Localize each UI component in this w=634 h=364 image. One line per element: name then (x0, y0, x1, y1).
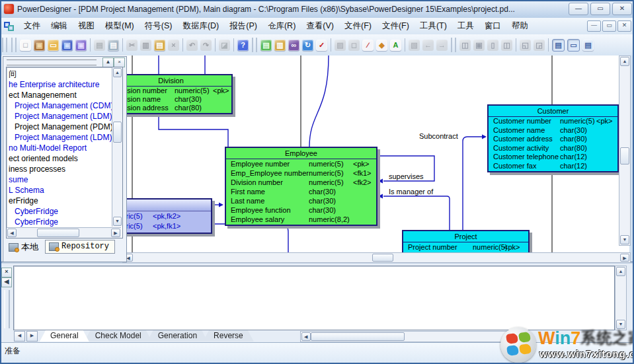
arrow-right-icon: → (436, 40, 448, 51)
tree-item-10[interactable]: sume (7, 174, 112, 185)
tree-item-5[interactable]: Project Management (PDM) * (7, 122, 118, 132)
tab-repository[interactable]: Repository (45, 240, 115, 254)
maximize-button[interactable]: ▭ (590, 3, 610, 15)
tree-vscrollbar[interactable]: ▲ ▼ (112, 67, 122, 227)
tree-item-7[interactable]: no Multi-Model Report (7, 143, 112, 153)
menu-item-9[interactable]: 文件(F) (339, 18, 377, 34)
output-tab-generation[interactable]: Generation (147, 330, 208, 342)
tree-hscrollbar[interactable]: ◀ ▶ (7, 227, 121, 238)
minimize-button[interactable]: — (569, 3, 588, 15)
output-close-button[interactable]: × (1, 268, 12, 277)
menu-item-8[interactable]: 查看(V) (301, 18, 339, 34)
save-all-icon[interactable]: ▣ (75, 40, 87, 51)
tree-item-13[interactable]: CyberFridge (7, 206, 118, 217)
tree-item-9[interactable]: iness processes (7, 164, 112, 174)
output-hscrollbar[interactable]: ◀ (300, 331, 524, 342)
menu-item-2[interactable]: 视图 (73, 18, 100, 34)
scroll-down-arrow[interactable]: ▼ (620, 235, 629, 244)
tabs-scroll-left[interactable]: ◀ (14, 331, 25, 342)
tree-item-8[interactable]: ect oriented models (7, 153, 112, 164)
output-content[interactable] (13, 266, 615, 330)
tree-item-12[interactable]: erFridge (7, 196, 112, 206)
menu-item-6[interactable]: 报告(P) (224, 18, 262, 34)
output-tab-reverse[interactable]: Reverse (203, 330, 254, 342)
title-bar[interactable]: PowerDesigner - [PDM Project Management … (0, 0, 634, 18)
table-title: Customer (489, 106, 617, 117)
panel-collapse-button[interactable]: ▲ (102, 57, 114, 67)
browser-tree[interactable]: 间he Enterprise architectureect Managenem… (6, 67, 123, 238)
tree-item-0[interactable]: 间 (7, 69, 112, 79)
tree-item-11[interactable]: L Schema (7, 185, 112, 196)
tree-item-3[interactable]: Project Management (CDM) (7, 100, 118, 111)
tree-scroll-down[interactable]: ▼ (113, 217, 122, 226)
menu-item-14[interactable]: 帮助 (506, 18, 534, 34)
entity-table-employee[interactable]: EmployeeEmployee numbernumeric(5)<pk>Emp… (225, 147, 377, 226)
output-tab-check-model[interactable]: Check Model (85, 330, 152, 342)
close-button[interactable]: ✕ (612, 3, 632, 15)
tree-hthumb[interactable] (37, 229, 79, 237)
open-folder-icon[interactable]: ▭ (48, 40, 59, 51)
tabs-scroll-right[interactable]: ▶ (26, 331, 38, 342)
tree-item-6[interactable]: Project Management (LDM) (7, 132, 118, 143)
canvas-vscrollbar[interactable]: ▲ ▼ (619, 55, 631, 246)
output-tab-general[interactable]: General (40, 330, 89, 342)
hscroll-thumb[interactable] (372, 254, 393, 262)
win7-watermark: Win7系统之家 www.win7xitong.com (500, 326, 633, 364)
print-icon[interactable]: ▤ (108, 40, 119, 51)
find-objects-icon[interactable]: ∞ (288, 40, 299, 51)
menu-item-13[interactable]: 窗口 (479, 18, 506, 34)
entity-table-customer[interactable]: CustomerCustomer numbernumeric(5)<pk>Cus… (487, 104, 619, 172)
output-hthumb[interactable] (311, 332, 405, 341)
menu-item-10[interactable]: 文件(F) (377, 18, 415, 34)
mdi-close-button[interactable]: ✕ (617, 20, 631, 32)
mdi-minimize-button[interactable]: — (587, 20, 601, 32)
save-icon[interactable]: ▣ (61, 40, 73, 51)
entity-table-division[interactable]: DivisionDivision numbernumeric(5)<pk>Div… (109, 74, 233, 114)
font-icon[interactable]: A (390, 40, 401, 51)
menu-item-11[interactable]: 工具(T) (415, 18, 452, 34)
fill-color-icon[interactable]: ◆ (376, 40, 387, 51)
menu-item-12[interactable]: 工具 (452, 18, 479, 34)
pen-icon[interactable]: ∕ (362, 40, 374, 51)
link-properties-icon: ◪ (219, 40, 230, 51)
output-scroll-left[interactable]: ◀ (301, 332, 311, 341)
menu-item-5[interactable]: 数据库(D) (177, 18, 224, 34)
scroll-up-arrow[interactable]: ▲ (620, 57, 629, 66)
tree-vthumb[interactable] (113, 122, 122, 143)
paste-shortcut-icon[interactable]: ▥ (274, 40, 286, 51)
tree-item-14[interactable]: CyberFridge (7, 217, 118, 227)
vscroll-thumb[interactable] (620, 147, 629, 164)
tree-item-4[interactable]: Project Management (LDM) (7, 111, 118, 122)
menu-item-7[interactable]: 仓库(R) (262, 18, 301, 34)
new-diagram-icon[interactable]: ▤ (260, 40, 272, 51)
browser-window-icon[interactable]: ▤ (552, 39, 565, 52)
output-collapse-button[interactable]: ◀ (1, 277, 12, 287)
refresh-icon[interactable]: ↻ (302, 40, 313, 51)
tree-scroll-left[interactable]: ◀ (7, 229, 17, 237)
menu-item-4[interactable]: 符号(S) (139, 18, 178, 34)
help-icon[interactable]: ? (237, 40, 249, 51)
result-list-icon[interactable]: ▤ (582, 40, 594, 51)
output-grip[interactable] (4, 290, 10, 328)
canvas-hscrollbar[interactable]: ◀ ▶ (122, 252, 631, 263)
output-scroll-up[interactable]: ▲ (616, 267, 625, 276)
check-model-icon[interactable]: ✓ (316, 40, 327, 51)
output-window-icon[interactable]: ▭ (567, 39, 580, 52)
output-vscrollbar[interactable]: ▲ ▼ (615, 266, 627, 330)
tree-item-2[interactable]: ect Managenement (7, 90, 112, 100)
menu-item-0[interactable]: 文件 (19, 18, 46, 34)
menu-item-3[interactable]: 模型(M) (100, 18, 139, 34)
entity-table-project[interactable]: ProjectProject numbernumeric(5)<pk> (402, 230, 530, 255)
tab-local[interactable]: 本地 (5, 240, 44, 255)
mdi-restore-button[interactable]: ▭ (602, 20, 616, 32)
panel-grip[interactable] (7, 59, 97, 66)
tree-scroll-up[interactable]: ▲ (113, 68, 122, 77)
tree-item-1[interactable]: he Enterprise architecture (7, 79, 112, 90)
paste-icon[interactable]: ▤ (154, 40, 165, 51)
panel-close-button[interactable]: × (114, 57, 125, 67)
open-model-icon[interactable]: ▣ (34, 40, 45, 51)
tree-scroll-right[interactable]: ▶ (111, 229, 120, 237)
menu-item-1[interactable]: 编辑 (46, 18, 73, 34)
new-document-icon[interactable]: □ (20, 40, 31, 51)
scroll-right-arrow[interactable]: ▶ (620, 254, 629, 262)
